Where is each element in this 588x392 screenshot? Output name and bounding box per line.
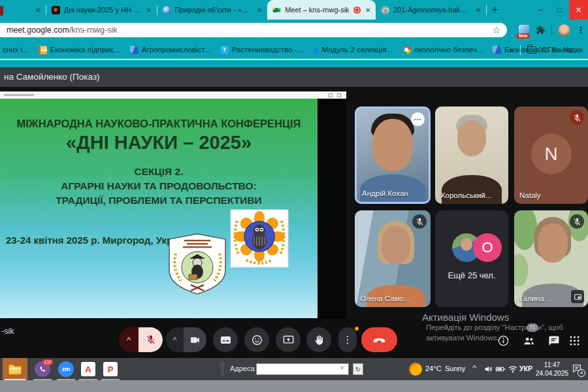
tab-close-icon[interactable]: ×	[257, 5, 263, 15]
raise-hand-button[interactable]	[306, 327, 331, 352]
zoom-taskbar-icon[interactable]: zm	[55, 358, 77, 380]
all-bookmarks-label: Усі закладки	[540, 46, 583, 54]
meet-favicon	[272, 6, 281, 14]
bookmark-star-icon[interactable]: ☆	[492, 25, 500, 35]
bird-icon	[493, 46, 501, 54]
chat-icon[interactable]	[547, 335, 560, 347]
address-dropdown-icon[interactable]: ˅	[340, 365, 344, 371]
language-indicator[interactable]: УКР	[519, 365, 532, 372]
tab-close-icon[interactable]: ×	[35, 5, 41, 15]
tray-overflow-chevron-icon[interactable]: ^	[472, 365, 476, 371]
captions-button[interactable]	[213, 327, 238, 352]
tab-favicon	[381, 6, 389, 14]
tile-menu-icon[interactable]: •••	[411, 112, 425, 126]
tray-clock[interactable]: 11:47 24.04.2025	[536, 361, 568, 378]
participant-tile-olena[interactable]: Олена Само...	[355, 210, 431, 307]
bookmark-label: Економіка підприє...	[50, 46, 120, 54]
titlebar-buttons	[329, 93, 341, 97]
participant-name: Андрій Кохан	[362, 189, 408, 197]
powerpoint-taskbar-icon[interactable]: P	[99, 358, 122, 380]
meeting-details-icon[interactable]	[497, 335, 510, 347]
tray-temperature[interactable]: 24°C	[425, 365, 442, 372]
close-window-button[interactable]: ×	[569, 0, 588, 20]
tab-title: Дні науки-2025 у НН ІПАН	[64, 6, 141, 14]
bookmark-ekonomika-pidpr[interactable]: Економіка підприє...	[39, 46, 120, 54]
window-controls: – □ ×	[531, 0, 588, 20]
tab-close-icon[interactable]: ×	[476, 5, 481, 15]
address-bar[interactable]: meet.google.com/kns-rnwg-sik ☆	[0, 23, 507, 37]
tab-title: Природні об'єкти - «Хоро...	[175, 6, 252, 14]
wifi-icon[interactable]	[508, 364, 518, 374]
titlebar-text-smudge	[4, 94, 34, 96]
tab-meet-active[interactable]: Meet – kns-rnwg-sik ×	[267, 0, 376, 20]
tab-pryrodni-obiekty[interactable]: Природні об'єкти - «Хоро... ×	[157, 0, 268, 20]
participant-tile-halyna[interactable]: Галина ...	[514, 210, 588, 307]
weather-sun-icon[interactable]	[409, 363, 422, 376]
participant-tile-nataly[interactable]: N Nataly	[514, 106, 588, 204]
bookmark-modul2[interactable]: SМодуль 2 селекція...	[313, 46, 393, 54]
all-bookmarks-button[interactable]: Усі закладки	[527, 46, 583, 54]
tab-close-icon[interactable]: ×	[146, 5, 152, 15]
tray-date: 24.04.2025	[536, 369, 568, 378]
picture-in-picture-icon[interactable]	[571, 290, 584, 303]
battery-icon[interactable]	[495, 364, 506, 374]
bookmark-label: сних і...	[3, 46, 29, 54]
tray-weather-condition[interactable]: Sunny	[445, 365, 465, 372]
bookmark-agroprom[interactable]: Агропромисловіст...	[130, 46, 210, 54]
slide-section-number: СЕКЦІЯ 2.	[0, 166, 318, 178]
tab-close-icon[interactable]: ×	[366, 5, 371, 15]
mic-muted-icon	[412, 214, 427, 229]
url-text: meet.google.com/kns-rnwg-sik	[7, 25, 118, 35]
camera-options-chevron[interactable]: ^	[166, 327, 184, 352]
tab-truncated[interactable]: ×	[0, 0, 46, 20]
acrobat-taskbar-icon[interactable]: A	[77, 358, 99, 380]
taskbar-address-input[interactable]	[256, 363, 349, 375]
participant-name: Nataly	[519, 191, 541, 199]
windows-activation-line2: Перейдіть до розділу "Настройки", щоб	[426, 323, 563, 331]
browser-menu-icon[interactable]: ⋮	[576, 25, 585, 35]
shared-window-titlebar	[0, 91, 346, 99]
overflow-participants-tile[interactable]: O Ещё 25 чел.	[435, 210, 508, 307]
reactions-button[interactable]	[244, 327, 269, 352]
bookmark-rastenievodstvo[interactable]: TРастениеводство -...	[220, 46, 303, 54]
institute-crest-logo	[167, 233, 228, 295]
tab-agronomiya[interactable]: 201-Agronomiya-bakalavr... ×	[376, 0, 486, 20]
bookmarks-overflow-icon[interactable]: »	[509, 45, 514, 55]
folder-icon	[527, 46, 536, 54]
bird-icon	[130, 46, 139, 54]
tab-dni-nauky[interactable]: Дні науки-2025 у НН ІПАН ×	[46, 0, 157, 20]
mic-muted-button[interactable]	[139, 327, 163, 352]
minimize-button[interactable]: –	[531, 0, 550, 20]
address-go-icon[interactable]: ↻	[353, 363, 363, 375]
toolbar-separator	[551, 25, 552, 35]
extension-new-icon[interactable]: New	[519, 25, 529, 35]
bookmark-ekologichno[interactable]: екологічно безпеч...	[402, 46, 483, 54]
chrome-bottom-edge	[0, 59, 588, 67]
file-explorer-taskbar-icon[interactable]	[3, 358, 27, 380]
windows-taskbar: 137 zm A P Адреса ˅ ↻ 24°C Sunny ^ УКР 1…	[0, 358, 588, 380]
overflow-avatar-initial: O	[473, 233, 502, 262]
extensions-puzzle-icon[interactable]	[535, 25, 546, 35]
shared-screen-window: МІЖНАРОДНА НАУКОВО-ПРАКТИЧНА КОНФЕРЕНЦІЯ…	[0, 91, 346, 318]
new-tab-button[interactable]: +	[487, 4, 503, 16]
mic-options-chevron[interactable]: ^	[119, 327, 139, 352]
camera-button[interactable]	[184, 327, 206, 352]
maximize-button[interactable]: □	[550, 0, 569, 20]
bookmarks-separator	[520, 45, 521, 55]
taskbar-separator	[221, 363, 221, 376]
present-screen-button[interactable]	[276, 327, 301, 352]
leave-call-button[interactable]	[361, 327, 397, 352]
participant-tile-andrii-kokhan[interactable]: ••• Андрій Кохан	[355, 106, 431, 204]
apps-grid-icon[interactable]	[568, 335, 581, 347]
bookmark-label: Модуль 2 селекція...	[322, 46, 393, 54]
url-path: /kns-rnwg-sik	[69, 25, 118, 35]
speaker-icon[interactable]	[483, 364, 494, 374]
bookmark-truncated[interactable]: сних і...	[3, 46, 29, 54]
participant-tile-khorolskyi[interactable]: Хорольський...	[435, 106, 508, 204]
slide-date-location: 23-24 квітня 2025 р. Миргород, Україна	[6, 235, 192, 246]
profile-avatar[interactable]	[558, 24, 570, 37]
participants-icon[interactable]	[523, 335, 537, 347]
viber-taskbar-icon[interactable]: 137	[31, 358, 54, 380]
s-icon: S	[313, 46, 319, 54]
tab-favicon	[163, 6, 171, 14]
